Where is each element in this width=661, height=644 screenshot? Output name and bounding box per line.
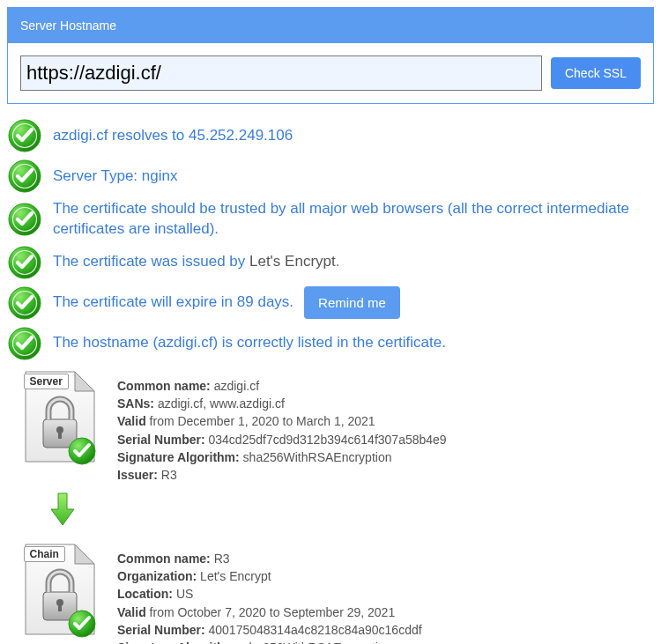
valid-value: from October 7, 2020 to September 29, 20… — [146, 605, 396, 619]
org-label: Organization: — [117, 569, 197, 583]
cert-document-icon: Chain — [20, 543, 100, 640]
check-row-resolves: azdigi.cf resolves to 45.252.249.106 — [7, 118, 654, 153]
hostname-input[interactable] — [20, 56, 542, 91]
check-row-expire: The certificate will expire in 89 days. … — [7, 285, 654, 321]
issued-suffix: . — [336, 253, 340, 270]
check-text: The certificate should be trusted by all… — [53, 199, 654, 240]
check-text: azdigi.cf resolves to 45.252.249.106 — [53, 126, 654, 146]
check-row-server-type: Server Type: nginx — [7, 159, 654, 194]
arrow-down-icon — [49, 492, 76, 527]
serial-label: Serial Number: — [117, 623, 205, 637]
valid-label: Valid — [117, 414, 146, 428]
cert-document-icon: Server — [20, 370, 100, 467]
panel-body: Check SSL — [8, 43, 653, 103]
sigalg-value: sha256WithRSAEncryption — [240, 450, 392, 464]
svg-rect-14 — [58, 430, 62, 439]
valid-value: from December 1, 2020 to March 1, 2021 — [146, 414, 375, 428]
check-icon — [7, 118, 42, 153]
server-cert-details: Common name: azdigi.cf SANs: azdigi.cf, … — [117, 370, 447, 485]
check-row-hostname-listed: The hostname (azdigi.cf) is correctly li… — [7, 326, 654, 361]
org-value: Let's Encrypt — [197, 569, 271, 583]
cert-badge: Chain — [24, 546, 65, 562]
serial-label: Serial Number: — [117, 433, 205, 447]
cert-icon-wrap: Server — [18, 370, 101, 485]
check-icon — [7, 159, 42, 194]
valid-label: Valid — [117, 605, 146, 619]
chain-cert-details: Common name: R3 Organization: Let's Encr… — [117, 543, 422, 644]
sigalg-value: sha256WithRSAEncryption — [240, 640, 392, 644]
check-text: The certificate was issued by Let's Encr… — [53, 252, 654, 272]
hostname-panel: Server Hostname Check SSL — [7, 7, 654, 104]
issued-by: Let's Encrypt — [249, 253, 336, 270]
cn-label: Common name: — [117, 379, 211, 393]
remind-me-button[interactable]: Remind me — [304, 286, 400, 319]
serial-value: 034cd25df7cd9d312b394c614f307a58b4e9 — [205, 433, 447, 447]
sigalg-label: Signature Algorithm: — [117, 640, 240, 644]
check-text: The hostname (azdigi.cf) is correctly li… — [53, 333, 654, 353]
cn-label: Common name: — [117, 551, 211, 566]
issued-prefix: The certificate was issued by — [53, 253, 249, 270]
cert-badge: Server — [24, 374, 69, 389]
issuer-value: R3 — [158, 468, 177, 482]
panel-title: Server Hostname — [8, 8, 653, 43]
sans-value: azdigi.cf, www.azdigi.cf — [154, 396, 285, 411]
expire-text: The certificate will expire in 89 days. — [53, 292, 293, 313]
sans-label: SANs: — [117, 396, 154, 411]
check-icon — [7, 202, 42, 237]
check-row-issued: The certificate was issued by Let's Encr… — [7, 245, 654, 280]
cn-value: R3 — [211, 551, 230, 566]
loc-label: Location: — [117, 587, 173, 601]
check-ssl-button[interactable]: Check SSL — [551, 57, 641, 89]
loc-value: US — [173, 587, 193, 601]
cn-value: azdigi.cf — [211, 379, 259, 393]
serial-value: 400175048314a4c8218c84a90c16cddf — [205, 623, 422, 637]
check-icon — [7, 326, 42, 361]
sigalg-label: Signature Algorithm: — [117, 450, 240, 464]
check-text: The certificate will expire in 89 days. … — [53, 286, 654, 319]
svg-rect-18 — [58, 603, 62, 611]
results-list: azdigi.cf resolves to 45.252.249.106 Ser… — [7, 118, 654, 644]
check-icon — [7, 245, 42, 280]
cert-icon-wrap: Chain — [18, 543, 101, 644]
chain-cert-block: Chain Common name: R3 Organization: Let'… — [18, 543, 654, 644]
check-icon — [7, 285, 42, 321]
check-text: Server Type: nginx — [53, 167, 654, 187]
issuer-label: Issuer: — [117, 468, 158, 482]
server-cert-block: Server Common name: azdigi.cf SANs: azdi… — [18, 370, 654, 485]
check-row-trusted: The certificate should be trusted by all… — [7, 199, 654, 240]
